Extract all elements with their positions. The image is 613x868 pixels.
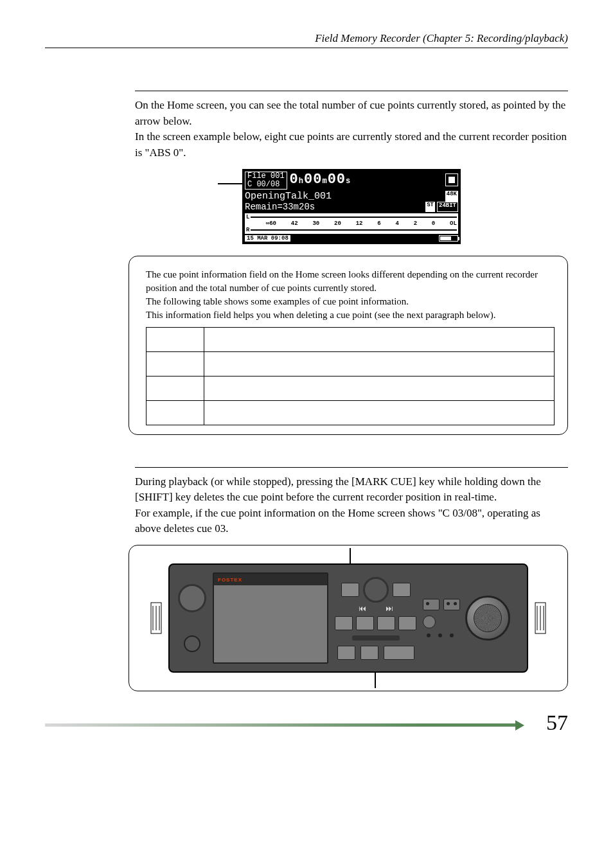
section-intro-1: On the Home screen, you can see the tota… — [135, 98, 568, 161]
device-figure: FOSTEX ⏮ ⏭ — [129, 545, 568, 691]
page-number: 57 — [546, 711, 568, 735]
lcd-file-cue-box: File 001 C 00/08 — [245, 172, 287, 190]
section-rule — [135, 91, 568, 91]
headphone-jack-icon — [184, 635, 200, 652]
cue-info-callout: The cue point information field on the H… — [129, 256, 568, 435]
table-row — [147, 327, 555, 351]
lcd-cue-line: C 00/08 — [247, 181, 285, 189]
lcd-filename: OpeningTalk_001 — [245, 191, 332, 202]
transport-button — [393, 583, 411, 597]
lcd-level-meter: L ∞60 42 30 20 12 6 4 2 — [245, 213, 458, 234]
info-p1: The cue point information field on the H… — [146, 269, 538, 293]
rack-ear-right-icon — [535, 602, 546, 634]
led-icon — [438, 633, 442, 637]
table-row — [147, 376, 555, 400]
page-footer: 57 — [45, 720, 568, 732]
transport-button — [377, 616, 395, 630]
table-row — [147, 400, 555, 425]
intro-line-1: On the Home screen, you can see the tota… — [135, 99, 565, 127]
led-icon — [427, 633, 431, 637]
intro-line-2: In the screen example below, eight cue p… — [135, 130, 567, 159]
running-header: Field Memory Recorder (Chapter 5: Record… — [45, 32, 568, 48]
device-lcd: FOSTEX — [213, 572, 328, 664]
wide-button — [384, 646, 414, 660]
brand-label: FOSTEX — [218, 577, 242, 583]
running-title: Field Memory Recorder (Chapter 5: Record… — [315, 32, 568, 44]
lcd-khz-badge: 48K — [445, 191, 458, 202]
lcd-file-line: File 001 — [247, 172, 285, 181]
mic-dial-icon — [178, 584, 206, 612]
small-dial-icon — [423, 616, 436, 628]
lcd-figure: File 001 C 00/08 0h00m00s OpeningTalk_00… — [135, 169, 568, 244]
lcd-bit-badge: 24BIT — [437, 202, 458, 212]
rack-ear-left-icon — [150, 602, 162, 634]
jog-dial-icon — [363, 577, 389, 603]
section-rule — [135, 467, 568, 468]
lcd-st-badge: ST — [425, 202, 435, 212]
prev-icon: ⏮ — [359, 604, 366, 614]
info-p3: This information field helps you when de… — [146, 310, 495, 320]
delete-p2: For example, if the cue point informatio… — [135, 507, 540, 535]
lcd-date: 15 MAR 09:08 — [245, 235, 290, 242]
mini-button — [423, 599, 440, 610]
info-p2: The following table shows some examples … — [146, 296, 409, 306]
section-intro-2: During playback (or while stopped), pres… — [135, 474, 568, 538]
device-right-panel — [423, 572, 519, 664]
delete-p1: During playback (or while stopped), pres… — [135, 475, 541, 504]
transport-button — [341, 583, 359, 597]
cue-info-table — [146, 327, 555, 425]
mark-cue-button — [360, 646, 378, 660]
table-row — [147, 351, 555, 376]
slider-icon — [352, 635, 400, 641]
recorder-device: FOSTEX ⏮ ⏭ — [168, 563, 528, 673]
lcd-remain: Remain=33m20s — [245, 202, 315, 212]
device-left-panel — [177, 572, 206, 664]
big-dial-icon — [465, 596, 510, 641]
mini-button — [443, 599, 460, 610]
transport-button — [398, 616, 416, 630]
transport-button — [356, 616, 374, 630]
footer-arrow-icon — [45, 723, 517, 727]
led-icon — [450, 633, 454, 637]
shift-button — [337, 646, 355, 660]
device-center-panel: ⏮ ⏭ — [335, 572, 416, 664]
transport-button — [335, 616, 353, 630]
lcd-display: File 001 C 00/08 0h00m00s OpeningTalk_00… — [242, 169, 461, 244]
next-icon: ⏭ — [386, 604, 393, 614]
battery-icon — [439, 235, 458, 242]
lcd-time: 0h00m00s — [290, 172, 443, 190]
stop-icon — [445, 173, 458, 186]
